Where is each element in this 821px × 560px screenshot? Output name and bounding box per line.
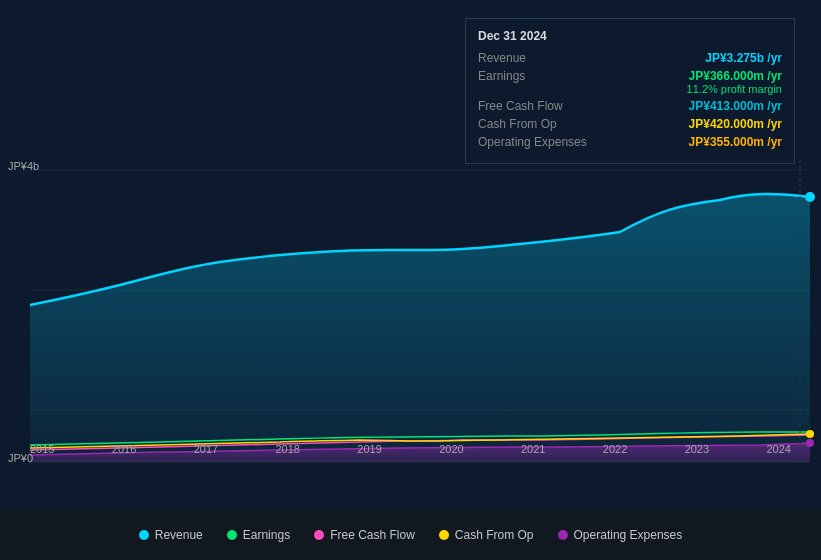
legend-revenue[interactable]: Revenue [139, 528, 203, 542]
svg-point-6 [806, 430, 814, 438]
x-label-2017: 2017 [194, 443, 218, 455]
x-axis-labels: 2015 2016 2017 2018 2019 2020 2021 2022 … [0, 443, 821, 455]
legend-dot-earnings [227, 530, 237, 540]
legend-dot-cashop [439, 530, 449, 540]
tooltip-fcf-label: Free Cash Flow [478, 99, 563, 113]
tooltip-opex-value: JP¥355.000m /yr [689, 135, 782, 149]
tooltip-revenue-value: JP¥3.275b /yr [705, 51, 782, 65]
tooltip-cashop-row: Cash From Op JP¥420.000m /yr [478, 117, 782, 131]
legend-label-earnings: Earnings [243, 528, 290, 542]
legend-dot-opex [558, 530, 568, 540]
tooltip-earnings-label: Earnings [478, 69, 525, 83]
x-label-2021: 2021 [521, 443, 545, 455]
legend-label-opex: Operating Expenses [574, 528, 683, 542]
chart-legend: Revenue Earnings Free Cash Flow Cash Fro… [0, 510, 821, 560]
x-label-2022: 2022 [603, 443, 627, 455]
tooltip-earnings-row: Earnings JP¥366.000m /yr [478, 69, 782, 83]
tooltip-cashop-value: JP¥420.000m /yr [689, 117, 782, 131]
x-label-2015: 2015 [30, 443, 54, 455]
tooltip-date: Dec 31 2024 [478, 29, 782, 43]
x-label-2016: 2016 [112, 443, 136, 455]
legend-dot-revenue [139, 530, 149, 540]
chart-tooltip: Dec 31 2024 Revenue JP¥3.275b /yr Earnin… [465, 18, 795, 164]
legend-label-revenue: Revenue [155, 528, 203, 542]
tooltip-fcf-row: Free Cash Flow JP¥413.000m /yr [478, 99, 782, 113]
tooltip-opex-label: Operating Expenses [478, 135, 587, 149]
x-label-2023: 2023 [685, 443, 709, 455]
tooltip-fcf-value: JP¥413.000m /yr [689, 99, 782, 113]
tooltip-opex-row: Operating Expenses JP¥355.000m /yr [478, 135, 782, 149]
x-label-2018: 2018 [275, 443, 299, 455]
legend-opex[interactable]: Operating Expenses [558, 528, 683, 542]
x-label-2020: 2020 [439, 443, 463, 455]
tooltip-revenue-label: Revenue [478, 51, 526, 65]
x-label-2019: 2019 [357, 443, 381, 455]
tooltip-cashop-label: Cash From Op [478, 117, 557, 131]
tooltip-revenue-row: Revenue JP¥3.275b /yr [478, 51, 782, 65]
y-axis-top-label: JP¥4b [8, 160, 39, 172]
legend-label-cashop: Cash From Op [455, 528, 534, 542]
tooltip-earnings-value: JP¥366.000m /yr [689, 69, 782, 83]
legend-dot-fcf [314, 530, 324, 540]
x-label-2024: 2024 [766, 443, 790, 455]
chart-area: JP¥4b JP¥0 2015 2016 2017 2018 2019 2020… [0, 0, 821, 510]
legend-fcf[interactable]: Free Cash Flow [314, 528, 415, 542]
legend-cashop[interactable]: Cash From Op [439, 528, 534, 542]
legend-label-fcf: Free Cash Flow [330, 528, 415, 542]
legend-earnings[interactable]: Earnings [227, 528, 290, 542]
svg-point-4 [805, 192, 815, 202]
tooltip-profit-margin: 11.2% profit margin [478, 83, 782, 95]
